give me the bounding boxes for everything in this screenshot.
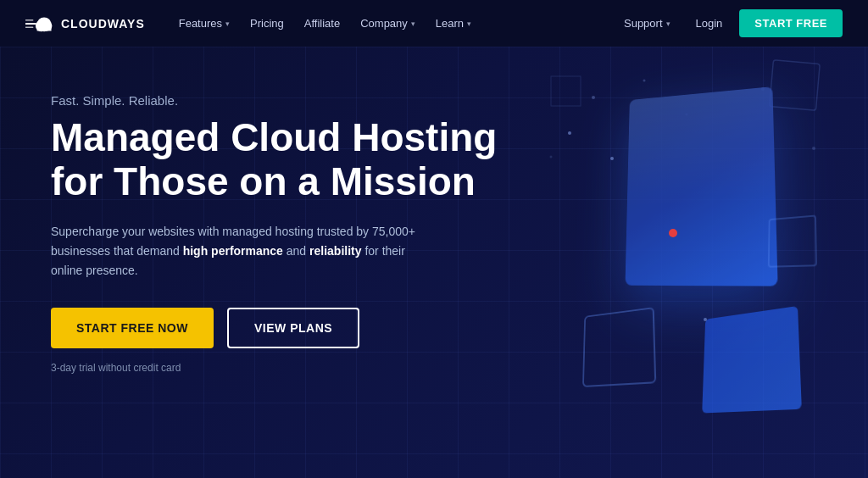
nav-start-free-button[interactable]: START FREE xyxy=(739,9,843,37)
start-free-now-button[interactable]: START FREE NOW xyxy=(51,308,214,348)
desc-bold2: reliability xyxy=(309,244,361,258)
hero-description: Supercharge your websites with managed h… xyxy=(51,222,424,281)
cube-outline xyxy=(582,307,656,387)
nav-right: Support ▾ Login START FREE xyxy=(615,9,843,37)
cta-buttons: START FREE NOW VIEW PLANS xyxy=(51,308,497,348)
login-label: Login xyxy=(696,17,723,30)
hero-graphic xyxy=(470,64,843,462)
headline-line1: Managed Cloud Hosting xyxy=(51,115,497,159)
support-chevron-icon: ▾ xyxy=(666,19,670,28)
svg-rect-6 xyxy=(37,25,52,31)
dot-deco-1 xyxy=(610,157,614,160)
logo[interactable]: CLOUDWAYS xyxy=(25,14,145,33)
dot-deco-2 xyxy=(568,131,571,135)
features-chevron-icon: ▾ xyxy=(225,19,230,28)
nav-learn-label: Learn xyxy=(436,17,464,30)
headline-line2: for Those on a Mission xyxy=(51,159,476,203)
nav-links: Features ▾ Pricing Affiliate Company ▾ L… xyxy=(170,12,615,35)
trial-note: 3-day trial without credit card xyxy=(51,362,497,374)
nav-pricing-label: Pricing xyxy=(250,17,284,30)
logo-label: CLOUDWAYS xyxy=(61,17,145,31)
cube-outline-sm xyxy=(768,214,817,267)
nav-company-label: Company xyxy=(360,17,408,30)
support-label: Support xyxy=(624,17,663,30)
dot-deco-3 xyxy=(704,318,707,321)
nav-item-affiliate[interactable]: Affiliate xyxy=(296,12,348,35)
nav-item-features[interactable]: Features ▾ xyxy=(170,12,238,35)
dot-red-accent xyxy=(669,229,677,237)
cube-container xyxy=(470,64,843,462)
learn-chevron-icon: ▾ xyxy=(467,19,471,28)
nav-features-label: Features xyxy=(179,17,222,30)
hero-section: Fast. Simple. Reliable. Managed Cloud Ho… xyxy=(0,47,868,478)
cube-small xyxy=(702,306,802,414)
nav-item-company[interactable]: Company ▾ xyxy=(352,12,424,35)
nav-support[interactable]: Support ▾ xyxy=(615,12,679,35)
nav-affiliate-label: Affiliate xyxy=(304,17,340,30)
nav-item-pricing[interactable]: Pricing xyxy=(242,12,292,35)
nav-item-learn[interactable]: Learn ▾ xyxy=(427,12,480,35)
view-plans-button[interactable]: VIEW PLANS xyxy=(227,308,359,348)
desc-mid: and xyxy=(283,244,309,258)
hero-headline: Managed Cloud Hosting for Those on a Mis… xyxy=(51,116,497,203)
cloudways-logo-icon xyxy=(25,14,54,33)
company-chevron-icon: ▾ xyxy=(411,19,415,28)
desc-bold1: high performance xyxy=(183,244,283,258)
nav-login[interactable]: Login xyxy=(686,12,733,35)
hero-content: Fast. Simple. Reliable. Managed Cloud Ho… xyxy=(51,93,497,374)
panel-main xyxy=(625,86,777,286)
navbar: CLOUDWAYS Features ▾ Pricing Affiliate C… xyxy=(0,0,868,47)
hero-tagline: Fast. Simple. Reliable. xyxy=(51,93,497,108)
